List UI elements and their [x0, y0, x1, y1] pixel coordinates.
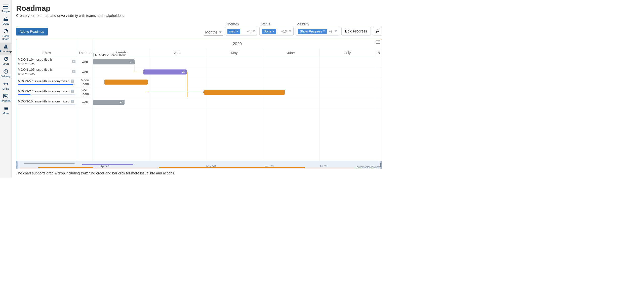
svg-rect-1 [3, 6, 8, 7]
add-child-icon[interactable]: + [72, 70, 75, 73]
time-unit-select[interactable]: Months [204, 29, 223, 35]
month-header: 8 [376, 49, 382, 57]
sidebar-item-label: More [3, 112, 9, 115]
gantt-lane [93, 97, 382, 107]
svg-rect-12 [5, 107, 8, 108]
sidebar-item-label: Lean [3, 62, 9, 65]
theme-cell: web [77, 67, 93, 77]
visibility-filter-group: Visibility Show Progress x +2 [296, 22, 339, 35]
add-child-icon[interactable]: + [71, 90, 74, 93]
epic-title-text: MOON-57 Issue title is anonymized [18, 79, 69, 83]
theme-cell: web [77, 97, 93, 107]
add-to-roadmap-button[interactable]: Add to Roadmap [16, 28, 48, 35]
time-unit-value: Months [205, 30, 218, 34]
themes-column: web web Moon Team Web Team web [77, 57, 93, 161]
refresh-icon [3, 56, 8, 61]
drive-icon [3, 16, 8, 21]
svg-point-10 [4, 95, 5, 96]
svg-point-13 [4, 108, 5, 109]
sidebar-item-links[interactable]: Links [0, 80, 11, 92]
svg-rect-19 [376, 43, 380, 44]
chip-remove-icon[interactable]: x [237, 29, 238, 33]
main-content: Roadmap Create your roadmap and drive vi… [12, 0, 386, 178]
nav-month: Apr '20 [100, 165, 109, 168]
sidebar-item-roadmap[interactable]: Roadmap [0, 43, 11, 55]
gantt-lane [93, 77, 382, 87]
chevron-down-icon [335, 30, 337, 32]
wrench-icon [375, 29, 379, 33]
sidebar-item-delivery[interactable]: Delivery [0, 67, 11, 80]
add-child-icon[interactable]: + [71, 80, 74, 83]
themes-column-header: Themes [77, 49, 93, 57]
chip-remove-icon[interactable]: x [273, 29, 274, 33]
status-filter[interactable]: Done x +13 [259, 27, 294, 35]
gantt-area: Sun, Mar 22 2020, 16:09 [93, 57, 382, 161]
arrows-icon [3, 81, 8, 86]
check-icon [130, 60, 133, 64]
sidebar-item-label: Roadmap [0, 50, 12, 53]
themes-filter[interactable]: web x +4 [225, 27, 257, 35]
epic-row[interactable]: MOON-27 Issue title is anonymized + [16, 87, 77, 97]
gantt-lane: Sun, Mar 22 2020, 16:09 [93, 57, 382, 67]
themes-extra-count: +4 [247, 29, 251, 33]
sidebar-item-more[interactable]: More [0, 104, 11, 117]
epic-row[interactable]: MOON-104 Issue title is anonymized + [16, 57, 77, 67]
themes-filter-group: Themes web x +4 [225, 22, 257, 35]
clock-icon [3, 69, 8, 74]
sidebar-item-label: Data [3, 22, 9, 25]
roadmap-grid: 2020 Epics Themes March April May June J… [16, 39, 382, 169]
check-icon [119, 100, 123, 104]
gantt-bar[interactable] [93, 100, 125, 105]
svg-point-11 [4, 107, 5, 107]
helper-text: The chart supports drag & drop including… [16, 171, 382, 175]
epics-column-header: Epics [16, 49, 77, 57]
add-child-icon[interactable]: + [72, 60, 75, 63]
visibility-chip[interactable]: Show Progress x [298, 29, 327, 34]
chip-remove-icon[interactable]: x [323, 29, 325, 33]
sidebar-item-label: Reports [1, 99, 11, 102]
sidebar-item-label: Links [3, 87, 9, 90]
gantt-bar[interactable] [104, 80, 148, 85]
sidebar-item-toggle[interactable]: Toogle [0, 3, 11, 15]
status-chip[interactable]: Done x [262, 29, 276, 34]
chevron-down-icon [219, 31, 222, 33]
page-subtitle: Create your roadmap and drive visibility… [16, 14, 382, 18]
epic-progress-bar [18, 94, 75, 95]
chevron-down-icon [253, 30, 255, 32]
add-child-icon[interactable]: + [71, 100, 74, 103]
svg-rect-6 [6, 46, 6, 47]
timeline-navigator[interactable]: Apr '20 May '20 Jun '20 Jul '20 agilemon… [16, 161, 382, 169]
theme-cell: web [77, 57, 93, 67]
visibility-filter[interactable]: Show Progress x +2 [296, 27, 339, 35]
gantt-bar[interactable] [204, 90, 285, 95]
settings-button[interactable] [373, 27, 382, 35]
epic-progress-button[interactable]: Epic Progress [341, 27, 371, 35]
road-icon [3, 44, 8, 49]
chart-menu-icon[interactable] [376, 40, 380, 45]
sidebar-item-lean[interactable]: Lean [0, 55, 11, 67]
theme-cell: Moon Team [77, 77, 93, 87]
sidebar-item-label: Delivery [1, 75, 11, 78]
themes-chip[interactable]: web x [227, 29, 240, 34]
nav-month: Jun '20 [265, 165, 273, 168]
epic-row[interactable]: MOON-57 Issue title is anonymized + [16, 77, 77, 87]
gantt-bar[interactable] [93, 59, 135, 64]
toolbar: Add to Roadmap Months Themes web x +4 St… [16, 22, 382, 35]
epic-row[interactable]: MOON-15 Issue title is anonymized + [16, 97, 77, 107]
sidebar-item-label: Dash Board [2, 34, 9, 41]
nav-handle-left[interactable] [16, 161, 18, 169]
list-icon [3, 106, 8, 111]
gantt-lane [93, 87, 382, 97]
epic-row[interactable]: MOON-105 Issue title is anonymized + [16, 67, 77, 77]
month-header: June [263, 49, 319, 57]
year-label: 2020 [93, 39, 382, 49]
gantt-bar[interactable] [143, 69, 187, 75]
sidebar-item-data[interactable]: Data [0, 15, 11, 27]
svg-rect-7 [6, 48, 6, 48]
bar-tooltip: Sun, Mar 22 2020, 16:09 [93, 53, 127, 57]
chevron-down-icon [289, 30, 291, 32]
epic-title-text: MOON-27 Issue title is anonymized [18, 89, 69, 93]
sidebar-item-dashboard[interactable]: Dash Board [0, 27, 11, 43]
warning-icon [182, 70, 185, 74]
sidebar-item-reports[interactable]: Reports [0, 92, 11, 104]
